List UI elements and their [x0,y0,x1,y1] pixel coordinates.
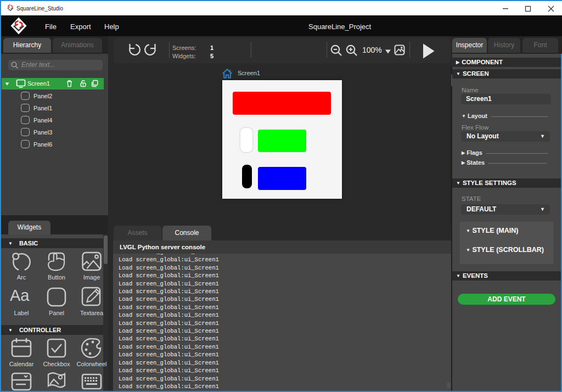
svg-text:Aa: Aa [10,287,30,304]
